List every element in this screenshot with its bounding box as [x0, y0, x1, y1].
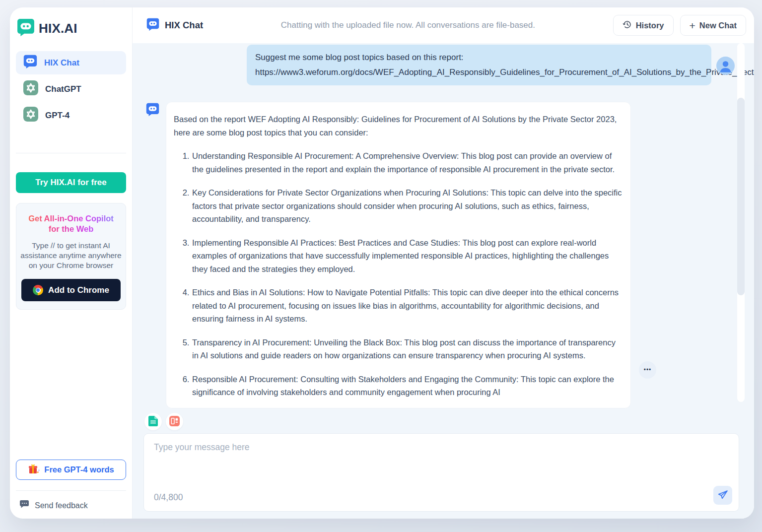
send-button[interactable]	[713, 486, 732, 505]
chat-header: HIX Chat Chatting with the uploaded file…	[133, 7, 754, 43]
message-input[interactable]	[154, 442, 729, 478]
add-to-chrome-button[interactable]: Add to Chrome	[21, 279, 121, 301]
promo-title: Get All-in-One Copilot for the Web	[20, 213, 122, 234]
layout-preview-button[interactable]	[166, 413, 183, 430]
sidebar-item-label: GPT-4	[45, 111, 69, 121]
assistant-topic-item: Implementing Responsible AI Practices: B…	[192, 236, 623, 276]
main-panel: HIX Chat Chatting with the uploaded file…	[133, 7, 754, 519]
assistant-topic-item: Understanding Responsible AI Procurement…	[192, 149, 623, 176]
promo-description: Type // to get instant AI assistance any…	[20, 241, 122, 270]
history-clock-icon	[623, 20, 632, 31]
brand-name: HIX.AI	[39, 21, 77, 36]
openai-icon	[23, 80, 38, 98]
hix-chat-icon	[23, 55, 37, 71]
page-title: HIX Chat	[165, 20, 203, 31]
sidebar-item-label: ChatGPT	[45, 84, 81, 94]
assistant-topic-item: Key Considerations for Private Sector Or…	[192, 186, 623, 226]
user-avatar	[716, 57, 735, 75]
chrome-icon	[33, 285, 43, 295]
composer-section: 0/4,800	[133, 408, 754, 519]
sidebar-divider	[16, 490, 126, 491]
send-plane-icon	[717, 489, 728, 502]
app-window: HIX.AI HIX Chat	[10, 7, 754, 519]
feedback-label: Send feedback	[35, 501, 88, 510]
assistant-intro-text: Based on the report WEF Adopting AI Resp…	[174, 113, 623, 139]
feedback-bubble-icon	[20, 500, 29, 511]
message-input-container: 0/4,800	[143, 433, 739, 512]
layout-icon	[169, 416, 180, 428]
sidebar: HIX.AI HIX Chat	[10, 7, 133, 519]
assistant-topic-item: Ethics and Bias in AI Solutions: How to …	[192, 286, 623, 326]
sidebar-item-hix-chat[interactable]: HIX Chat	[16, 51, 126, 74]
user-message-bubble: Suggest me some blog post topics based o…	[247, 45, 711, 85]
person-icon	[716, 57, 735, 75]
assistant-message-card: Based on the report WEF Adopting AI Resp…	[166, 102, 631, 408]
chat-message-area[interactable]: Suggest me some blog post topics based o…	[133, 43, 754, 408]
openai-icon	[23, 107, 38, 124]
try-hix-free-button[interactable]: Try HIX.AI for free	[16, 172, 126, 193]
new-chat-button[interactable]: + New Chat	[680, 15, 746, 36]
sidebar-item-label: HIX Chat	[44, 58, 79, 68]
assistant-avatar-icon	[146, 103, 159, 118]
sidebar-item-gpt4[interactable]: GPT-4	[16, 104, 126, 127]
gift-icon	[28, 464, 40, 476]
assistant-topic-item: Responsible AI Procurement: Consulting w…	[192, 373, 623, 399]
char-counter: 0/4,800	[154, 492, 183, 503]
copilot-promo-card: Get All-in-One Copilot for the Web Type …	[16, 203, 126, 310]
sidebar-item-chatgpt[interactable]: ChatGPT	[16, 77, 126, 101]
header-title-group: HIX Chat	[146, 18, 203, 33]
scrollbar-thumb[interactable]	[737, 98, 745, 295]
plus-icon: +	[690, 20, 695, 31]
more-options-button[interactable]: •••	[639, 361, 656, 379]
assistant-topic-list: Understanding Responsible AI Procurement…	[174, 149, 623, 399]
uploaded-doc-button[interactable]	[144, 413, 162, 430]
sidebar-divider	[16, 153, 126, 153]
free-gpt4-words-button[interactable]: Free GPT-4 words	[16, 460, 126, 480]
hix-chat-icon	[146, 18, 159, 33]
header-status-text: Chatting with the uploaded file now. All…	[203, 20, 613, 30]
brand-logo[interactable]: HIX.AI	[16, 14, 126, 51]
send-feedback-link[interactable]: Send feedback	[16, 500, 126, 511]
hix-logo-icon	[17, 18, 35, 38]
history-button[interactable]: History	[613, 15, 674, 36]
user-message-text: Suggest me some blog post topics based o…	[255, 50, 703, 65]
user-message-url: https://www3.weforum.org/docs/WEF_Adopti…	[255, 65, 703, 80]
assistant-topic-item: Transparency in AI Procurement: Unveilin…	[192, 336, 623, 362]
more-options-icon: •••	[644, 366, 652, 373]
document-icon	[148, 416, 158, 428]
